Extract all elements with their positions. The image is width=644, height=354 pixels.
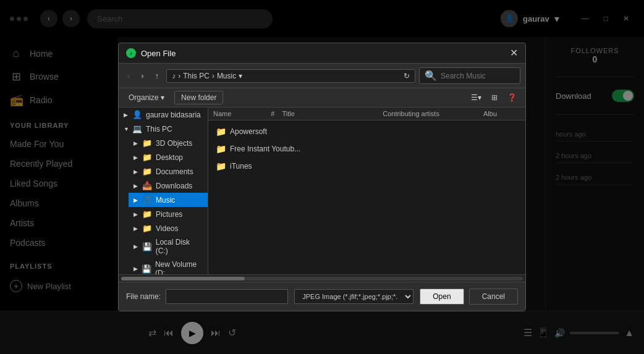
col-artist[interactable]: Contributing artists	[383, 110, 483, 117]
h-scrollbar[interactable]	[121, 277, 523, 280]
open-file-dialog: ♪ Open File ✕ ‹ › ↑ ♪ › This PC › Music …	[118, 43, 526, 311]
tree-arrow-desktop: ▶	[133, 154, 140, 161]
col-title[interactable]: Title	[282, 110, 383, 117]
dialog-close-button[interactable]: ✕	[510, 48, 518, 58]
organize-arrow-icon: ▾	[161, 93, 164, 102]
new-volume-icon: 💾	[142, 264, 151, 274]
file-list: 📁 Apowersoft 📁 Free Instant Youtub... 📁 …	[208, 120, 525, 177]
tree-label-new-volume: New Volume (D:	[155, 260, 203, 274]
dialog-actions-bar: Organize ▾ New folder ☰▾ ⊞ ❓	[119, 88, 525, 107]
new-folder-button[interactable]: New folder	[174, 91, 223, 104]
tree-label-music: Music	[156, 196, 175, 204]
file-list-header: Name # Title Contributing artists Albu	[208, 107, 525, 120]
tree-item-3d-objects[interactable]: ▶ 📁 3D Objects	[129, 136, 208, 150]
tree-label-pictures: Pictures	[156, 210, 182, 219]
cancel-button[interactable]: Cancel	[469, 289, 518, 305]
tree-item-documents[interactable]: ▶ 📁 Documents	[129, 164, 208, 179]
dialog-titlebar: ♪ Open File ✕	[119, 43, 525, 64]
tree-label-3d: 3D Objects	[156, 139, 192, 148]
organize-button[interactable]: Organize ▾	[124, 91, 169, 104]
dialog-forward-button[interactable]: ›	[137, 70, 147, 82]
local-disk-icon: 💾	[142, 242, 152, 251]
file-name-youtube: Free Instant Youtub...	[230, 145, 300, 153]
spotify-icon: ♪	[126, 48, 136, 58]
tree-arrow-new-vol: ▶	[133, 266, 139, 272]
tree-item-videos[interactable]: ▶ 📁 Videos	[129, 221, 208, 235]
dialog-tree: ▶ 👤 gaurav bidasaria ▼ 💻 This PC ▶ 📁 3D …	[119, 107, 208, 274]
organize-label: Organize	[129, 93, 159, 102]
pictures-icon: 📁	[142, 209, 152, 219]
search-music-input[interactable]	[441, 72, 515, 80]
dialog-footer: File name: JPEG Image (*.jfif;*.jpeg;*.p…	[119, 282, 525, 311]
col-num[interactable]: #	[263, 110, 282, 117]
file-name-apowersoft: Apowersoft	[230, 127, 267, 136]
tree-label-local-disk: Local Disk (C:)	[156, 238, 203, 255]
tree-arrow-docs: ▶	[133, 169, 140, 175]
tree-arrow-downloads: ▶	[133, 183, 140, 189]
tree-item-desktop[interactable]: ▶ 📁 Desktop	[129, 150, 208, 164]
view-list-button[interactable]: ☰▾	[467, 92, 485, 103]
h-scrollbar-thumb	[121, 277, 245, 280]
file-row-itunes[interactable]: 📁 iTunes	[211, 158, 523, 175]
tree-arrow-this-pc: ▼	[124, 126, 130, 132]
dialog-up-button[interactable]: ↑	[151, 70, 163, 82]
dialog-toolbar: ‹ › ↑ ♪ › This PC › Music ▾ ↻ 🔍	[119, 64, 525, 88]
folder-icon-youtube: 📁	[216, 144, 226, 154]
3d-icon: 📁	[142, 138, 152, 148]
dialog-overlay: ♪ Open File ✕ ‹ › ↑ ♪ › This PC › Music …	[0, 0, 644, 354]
tree-label-desktop: Desktop	[156, 153, 183, 162]
tree-item-downloads[interactable]: ▶ 📥 Downloads	[129, 179, 208, 193]
tree-label-videos: Videos	[156, 224, 178, 233]
tree-label-documents: Documents	[156, 167, 193, 176]
dialog-back-button[interactable]: ‹	[124, 70, 133, 82]
folder-icon-itunes: 📁	[216, 161, 226, 171]
videos-icon: 📁	[142, 224, 152, 233]
view-help-button[interactable]: ❓	[504, 92, 520, 103]
tree-arrow-3d: ▶	[133, 140, 140, 146]
search-music-icon: 🔍	[425, 70, 437, 82]
breadcrumb-dropdown[interactable]: ▾	[239, 72, 242, 80]
file-row-apowersoft[interactable]: 📁 Apowersoft	[211, 123, 523, 140]
dialog-title-text: Open File	[141, 49, 176, 58]
file-row-youtube[interactable]: 📁 Free Instant Youtub...	[211, 140, 523, 158]
filename-row: File name:	[126, 289, 288, 304]
col-name[interactable]: Name	[213, 110, 263, 117]
tree-arrow-local: ▶	[133, 243, 140, 250]
view-buttons: ☰▾ ⊞ ❓	[467, 92, 520, 103]
open-button[interactable]: Open	[420, 289, 464, 305]
dialog-title-left: ♪ Open File	[126, 48, 176, 58]
filename-input[interactable]	[166, 289, 288, 304]
tree-item-pictures[interactable]: ▶ 📁 Pictures	[129, 207, 208, 221]
file-name-itunes: iTunes	[230, 162, 252, 171]
tree-item-music[interactable]: ▶ 🎵 Music	[129, 193, 208, 207]
folder-icon-apowersoft: 📁	[216, 127, 226, 137]
tree-children-this-pc: ▶ 📁 3D Objects ▶ 📁 Desktop ▶ 📁 Documents	[129, 136, 208, 274]
dialog-file-content: Name # Title Contributing artists Albu 📁…	[208, 107, 525, 274]
tree-label-this-pc: This PC	[146, 125, 172, 133]
tree-item-local-disk[interactable]: ▶ 💾 Local Disk (C:)	[129, 235, 208, 258]
breadcrumb-root-icon: ♪	[172, 72, 176, 80]
breadcrumb-music[interactable]: Music	[217, 72, 236, 80]
refresh-icon[interactable]: ↻	[404, 72, 410, 80]
breadcrumb-this-pc[interactable]: This PC	[183, 72, 210, 80]
downloads-icon: 📥	[142, 181, 152, 190]
this-pc-icon: 💻	[132, 124, 142, 133]
documents-icon: 📁	[142, 167, 152, 176]
tree-item-this-pc[interactable]: ▼ 💻 This PC	[119, 122, 208, 136]
tree-item-new-volume[interactable]: ▶ 💾 New Volume (D:	[129, 258, 208, 274]
tree-arrow-gaurav: ▶	[124, 112, 130, 118]
tree-arrow-videos: ▶	[133, 225, 140, 232]
h-scrollbar-area	[119, 274, 525, 282]
breadcrumb-sep: ›	[178, 72, 180, 80]
desktop-icon: 📁	[142, 153, 152, 162]
tree-item-gaurav[interactable]: ▶ 👤 gaurav bidasaria	[119, 107, 208, 122]
filetype-select[interactable]: JPEG Image (*.jfif;*.jpeg;*.pjp;*.	[294, 289, 413, 304]
view-grid-button[interactable]: ⊞	[488, 92, 501, 103]
gaurav-icon: 👤	[132, 110, 142, 119]
breadcrumb: ♪ › This PC › Music ▾ ↻	[166, 69, 415, 83]
dialog-buttons: Open Cancel	[420, 289, 518, 305]
dialog-body: ▶ 👤 gaurav bidasaria ▼ 💻 This PC ▶ 📁 3D …	[119, 107, 525, 274]
tree-arrow-music: ▶	[133, 197, 140, 203]
col-album[interactable]: Albu	[483, 110, 520, 117]
breadcrumb-sep2: ›	[212, 72, 214, 80]
